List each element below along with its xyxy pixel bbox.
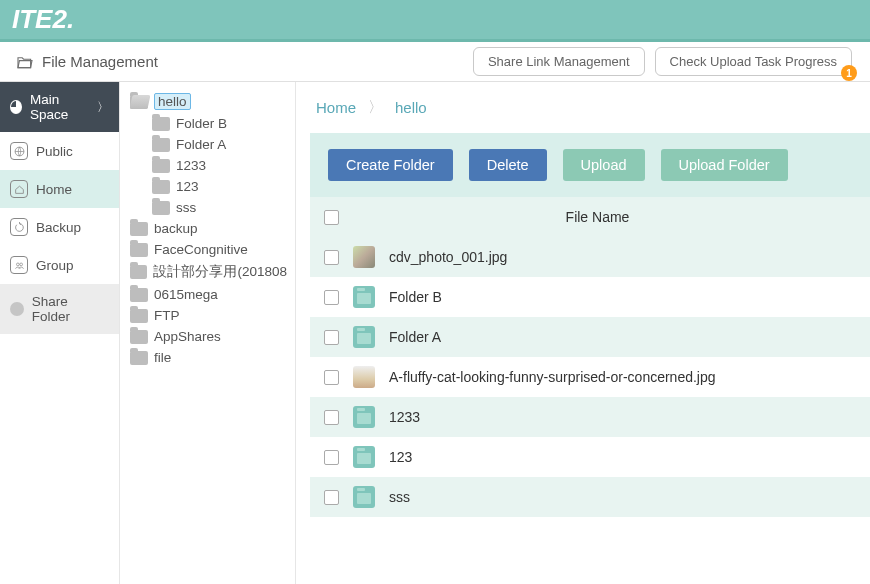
left-nav: Main Space 〉 Public Home Backup Group Sh…: [0, 82, 120, 584]
row-checkbox[interactable]: [324, 450, 339, 465]
file-name: 123: [389, 449, 412, 465]
content-area: Home 〉 hello Create Folder Delete Upload…: [296, 82, 870, 584]
folder-icon: [353, 406, 375, 428]
folder-icon: [353, 446, 375, 468]
tree-node[interactable]: FaceCongnitive: [124, 239, 291, 260]
breadcrumb-home[interactable]: Home: [316, 99, 356, 116]
tree-node-hello[interactable]: hello: [124, 90, 291, 113]
column-file-name[interactable]: File Name: [339, 209, 856, 225]
home-icon: [10, 180, 28, 198]
row-checkbox[interactable]: [324, 370, 339, 385]
folder-icon: [152, 201, 170, 215]
header-row: File Management Share Link Management Ch…: [0, 42, 870, 82]
folder-icon: [353, 486, 375, 508]
group-icon: [10, 256, 28, 274]
create-folder-button[interactable]: Create Folder: [328, 149, 453, 181]
folder-icon: [130, 243, 148, 257]
tree-node[interactable]: 1233: [124, 155, 291, 176]
globe-icon: [10, 142, 28, 160]
tree-node[interactable]: Folder B: [124, 113, 291, 134]
nav-group[interactable]: Group: [0, 246, 119, 284]
folder-tree: hello Folder BFolder A1233123sss backupF…: [120, 82, 296, 584]
folder-icon: [130, 265, 147, 279]
page-title: File Management: [16, 53, 158, 70]
table-row[interactable]: Folder B: [310, 277, 870, 317]
upload-button[interactable]: Upload: [563, 149, 645, 181]
file-name: Folder A: [389, 329, 441, 345]
folder-open-icon: [16, 55, 34, 69]
row-checkbox[interactable]: [324, 250, 339, 265]
file-table: File Name cdv_photo_001.jpgFolder BFolde…: [310, 197, 870, 517]
upload-progress-badge: 1: [841, 65, 857, 81]
row-checkbox[interactable]: [324, 490, 339, 505]
nav-home[interactable]: Home: [0, 170, 119, 208]
share-link-management-button[interactable]: Share Link Management: [473, 47, 645, 76]
brand-logo: ITE2.: [12, 4, 74, 35]
tree-node[interactable]: file: [124, 347, 291, 368]
tree-node[interactable]: AppShares: [124, 326, 291, 347]
file-name: Folder B: [389, 289, 442, 305]
check-upload-task-progress-button[interactable]: Check Upload Task Progress 1: [655, 47, 852, 76]
breadcrumb: Home 〉 hello: [296, 82, 870, 133]
table-header: File Name: [310, 197, 870, 237]
folder-icon: [130, 351, 148, 365]
folder-icon: [152, 180, 170, 194]
image-thumbnail-icon: [353, 246, 375, 268]
nav-main-space[interactable]: Main Space 〉: [0, 82, 119, 132]
table-row[interactable]: cdv_photo_001.jpg: [310, 237, 870, 277]
folder-icon: [130, 309, 148, 323]
folder-icon: [353, 286, 375, 308]
select-all-checkbox[interactable]: [324, 210, 339, 225]
table-row[interactable]: A-fluffy-cat-looking-funny-surprised-or-…: [310, 357, 870, 397]
nav-public[interactable]: Public: [0, 132, 119, 170]
folder-icon: [353, 326, 375, 348]
delete-button[interactable]: Delete: [469, 149, 547, 181]
tree-node[interactable]: 0615mega: [124, 284, 291, 305]
folder-icon: [130, 288, 148, 302]
folder-icon: [152, 159, 170, 173]
file-name: cdv_photo_001.jpg: [389, 249, 507, 265]
chevron-right-icon: 〉: [368, 98, 383, 117]
table-row[interactable]: 1233: [310, 397, 870, 437]
tree-node[interactable]: sss: [124, 197, 291, 218]
table-row[interactable]: sss: [310, 477, 870, 517]
row-checkbox[interactable]: [324, 330, 339, 345]
svg-point-1: [16, 263, 19, 266]
file-name: sss: [389, 489, 410, 505]
chevron-right-icon: 〉: [97, 99, 109, 116]
header-buttons: Share Link Management Check Upload Task …: [473, 47, 870, 76]
toolbar: Create Folder Delete Upload Upload Folde…: [310, 133, 870, 197]
file-name: 1233: [389, 409, 420, 425]
table-row[interactable]: Folder A: [310, 317, 870, 357]
folder-icon: [152, 138, 170, 152]
folder-icon: [130, 330, 148, 344]
upload-folder-button[interactable]: Upload Folder: [661, 149, 788, 181]
pie-icon: [10, 100, 22, 114]
tree-node[interactable]: backup: [124, 218, 291, 239]
nav-backup[interactable]: Backup: [0, 208, 119, 246]
row-checkbox[interactable]: [324, 290, 339, 305]
tree-node[interactable]: 設計部分享用(201808: [124, 260, 291, 284]
top-bar: ITE2.: [0, 0, 870, 42]
tree-node[interactable]: FTP: [124, 305, 291, 326]
table-row[interactable]: 123: [310, 437, 870, 477]
folder-icon: [130, 222, 148, 236]
file-name: A-fluffy-cat-looking-funny-surprised-or-…: [389, 369, 716, 385]
tree-node[interactable]: Folder A: [124, 134, 291, 155]
pie-icon: [10, 302, 24, 316]
folder-icon: [152, 117, 170, 131]
folder-open-icon: [130, 95, 148, 109]
row-checkbox[interactable]: [324, 410, 339, 425]
tree-node[interactable]: 123: [124, 176, 291, 197]
image-thumbnail-icon: [353, 366, 375, 388]
backup-icon: [10, 218, 28, 236]
nav-share-folder[interactable]: Share Folder: [0, 284, 119, 334]
svg-point-2: [19, 263, 22, 266]
breadcrumb-current: hello: [395, 99, 427, 116]
